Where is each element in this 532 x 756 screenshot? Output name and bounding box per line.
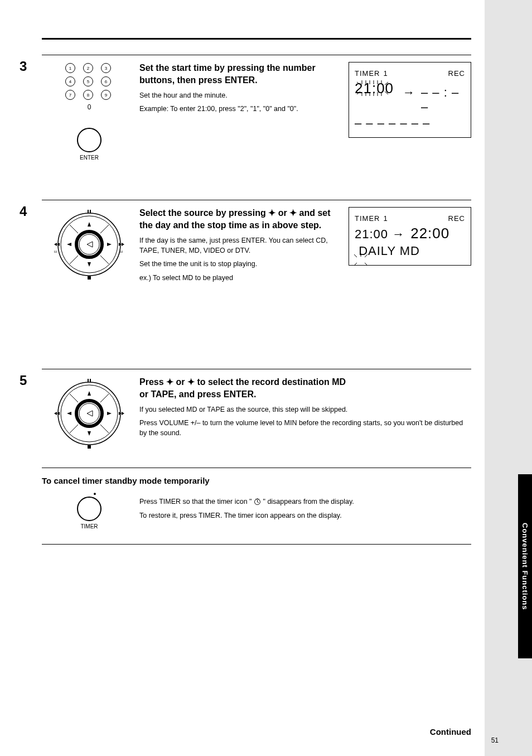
cancel-heading: To cancel timer standby mode temporarily: [42, 476, 471, 485]
display3-mode: REC: [448, 69, 465, 78]
step3-para1: Set the hour and the minute.: [139, 90, 343, 100]
svg-point-19: [79, 234, 99, 254]
display4-timer-value: 1: [383, 214, 388, 223]
step-number-3: 3: [20, 59, 27, 74]
footer: Continued 51: [42, 727, 471, 736]
page-number: 51: [491, 736, 499, 744]
cancel-p1-prefix: Press TIMER so that the timer icon ": [139, 498, 252, 505]
number-pad-icon: 123 456 789 0: [65, 63, 113, 111]
cancel-p1-suffix: " disappears from the display.: [263, 498, 354, 505]
display-panel-step4: TIMER 1 REC 21:00 → 22:00: [349, 207, 471, 266]
step3-para2: Example: To enter 21:00, press "2", "1",…: [139, 104, 343, 114]
svg-marker-32: [54, 243, 57, 246]
step-number-4: 4: [20, 204, 27, 219]
step5-headline: Press ✦ or ✦ to select the record destin…: [139, 376, 466, 400]
svg-rect-58: [88, 445, 91, 449]
display4-mode: REC: [448, 214, 465, 223]
display3-arrow: →: [403, 85, 415, 100]
svg-point-46: [79, 403, 99, 423]
svg-marker-59: [54, 412, 57, 415]
cancel-para2: To restore it, press TIMER. The timer ic…: [139, 511, 471, 521]
display3-bigtime: 21:00: [355, 80, 391, 97]
svg-line-41: [354, 263, 357, 266]
svg-text:⊟: ⊟: [120, 250, 123, 253]
clock-icon: [254, 498, 261, 505]
enter-button-icon: [77, 128, 101, 152]
step-number-5: 5: [20, 373, 27, 388]
step5-headline-l1: Press ✦ or ✦ to select the record destin…: [139, 377, 346, 387]
timer-button-icon: [77, 497, 101, 521]
top-rule: [42, 38, 471, 40]
display-panel-step3: TIMER 1 REC: [349, 62, 471, 138]
svg-marker-34: [122, 243, 124, 246]
step3-headline: Set the start time by pressing the numbe…: [139, 62, 343, 86]
step4-para1: If the day is the same, just press ENTER…: [139, 235, 343, 256]
svg-text:⊟: ⊟: [54, 250, 57, 253]
svg-line-38: [354, 254, 357, 257]
svg-rect-29: [88, 210, 89, 213]
step4-headline-l1: Select the source by pressing ✦ or ✦ and…: [139, 208, 331, 218]
step5-headline-l2: or TAPE, and press ENTER.: [139, 389, 257, 399]
display4-timer-label: TIMER: [355, 214, 380, 223]
svg-rect-57: [90, 379, 91, 382]
navigation-pad-icon: ⊟ ⊟: [53, 208, 125, 281]
timer-button-label: TIMER: [80, 523, 98, 529]
svg-line-42: [365, 263, 367, 266]
step4-para3: ex.) To select MD to be played: [139, 273, 343, 283]
svg-marker-61: [122, 412, 124, 415]
svg-line-40: [365, 254, 367, 257]
svg-rect-31: [88, 276, 91, 280]
display3-line3: – – – – – – –: [355, 116, 465, 131]
navigation-pad-icon-2: [53, 377, 125, 450]
cancel-para1: Press TIMER so that the timer icon " " d…: [139, 497, 471, 507]
continued-label: Continued: [430, 727, 471, 736]
display3-timer-value: 1: [383, 69, 388, 78]
step4-headline: Select the source by pressing ✦ or ✦ and…: [139, 207, 343, 231]
display4-bigtime: 22:00: [410, 225, 449, 242]
step5-para2: Press VOLUME +/– to turn the volume leve…: [139, 418, 466, 438]
svg-rect-30: [90, 210, 91, 213]
enter-button-label: ENTER: [80, 155, 99, 161]
side-tab: Convenient Functions: [518, 474, 532, 658]
svg-rect-56: [88, 379, 89, 382]
display4-pretime: 21:00 →: [355, 227, 405, 242]
svg-line-65: [257, 502, 259, 503]
step4-para2: Set the time the unit is to stop playing…: [139, 259, 343, 269]
display3-timer-label: TIMER: [355, 69, 380, 78]
display3-dashes: – – : – –: [421, 85, 465, 114]
flash-indicator-icon-2: [352, 253, 369, 267]
step4-headline-l2: the day and the stop time as in above st…: [139, 220, 321, 230]
step5-para1: If you selected MD or TAPE as the source…: [139, 405, 466, 415]
